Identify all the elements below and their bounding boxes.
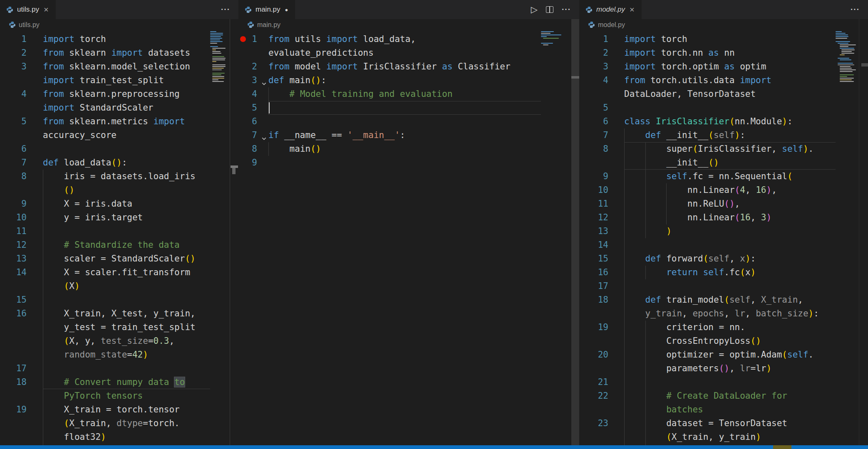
code-row[interactable]: accuracy_score xyxy=(0,128,238,142)
line-number[interactable]: 23 xyxy=(579,417,608,430)
line-number[interactable]: 15 xyxy=(0,293,27,307)
breakpoint-icon[interactable] xyxy=(240,36,246,42)
code-row[interactable]: 16return self.fc(x) xyxy=(579,266,868,279)
scrollbar[interactable] xyxy=(859,19,868,445)
code-row[interactable]: 11nn.ReLU(), xyxy=(579,197,868,211)
code-row[interactable]: 3import torch.optim as optim xyxy=(579,60,868,74)
code-row[interactable]: 7if __name__ == '__main__': xyxy=(238,128,579,142)
code-row[interactable]: 6 xyxy=(238,115,579,128)
code-row[interactable]: 14 xyxy=(579,238,868,252)
line-number[interactable]: 9 xyxy=(0,197,27,211)
breadcrumb[interactable]: utils.py xyxy=(0,19,238,30)
code-row[interactable]: 18def train_model(self, X_train, xyxy=(579,293,868,307)
code-row[interactable]: 6class IrisClassifier(nn.Module): xyxy=(579,115,868,128)
line-number[interactable]: 9 xyxy=(579,170,608,183)
line-number[interactable]: 4 xyxy=(0,87,27,101)
code-row[interactable]: 21 xyxy=(579,375,868,389)
code-row[interactable]: 2import torch.nn as nn xyxy=(579,46,868,60)
code-row[interactable]: CrossEntropyLoss() xyxy=(579,334,868,348)
code-row[interactable]: 5 xyxy=(579,101,868,115)
line-number[interactable]: 11 xyxy=(0,224,27,238)
status-bar[interactable] xyxy=(0,445,868,449)
line-number[interactable]: 2 xyxy=(579,46,608,60)
line-number[interactable]: 14 xyxy=(579,238,608,252)
line-number[interactable]: 10 xyxy=(0,211,27,224)
line-number[interactable]: 14 xyxy=(0,266,27,279)
line-number[interactable]: 8 xyxy=(579,142,608,156)
code-row[interactable]: y_test = train_test_split xyxy=(0,321,238,334)
line-number[interactable]: 11 xyxy=(579,197,608,211)
line-number[interactable]: 15 xyxy=(579,252,608,266)
line-number[interactable]: 1 xyxy=(0,32,27,46)
line-number[interactable]: 10 xyxy=(579,183,608,197)
line-number[interactable]: 9 xyxy=(238,156,257,170)
code-row[interactable]: 9self.fc = nn.Sequential( xyxy=(579,170,868,183)
line-number[interactable]: 13 xyxy=(0,252,27,266)
code-row[interactable]: batches xyxy=(579,403,868,417)
line-number[interactable]: 19 xyxy=(0,403,27,417)
code-row[interactable]: import StandardScaler xyxy=(0,101,238,115)
modified-dot-icon[interactable]: ● xyxy=(284,7,289,12)
line-number[interactable]: 18 xyxy=(579,293,608,307)
code-row[interactable]: y_train, epochs, lr, batch_size): xyxy=(579,307,868,321)
line-number[interactable]: 2 xyxy=(238,60,257,74)
breadcrumb[interactable]: model.py xyxy=(579,19,868,30)
line-number[interactable]: 7 xyxy=(0,156,27,170)
line-number[interactable]: 21 xyxy=(579,375,608,389)
code-row[interactable]: 13) xyxy=(579,224,868,238)
code-row[interactable]: 1import torch xyxy=(0,32,238,46)
line-number[interactable]: 7 xyxy=(579,128,608,142)
line-number[interactable]: 20 xyxy=(579,348,608,362)
line-number[interactable]: 16 xyxy=(0,307,27,321)
line-number[interactable]: 13 xyxy=(579,224,608,238)
code-row[interactable]: float32) xyxy=(0,430,238,444)
code-row[interactable]: 1from utils import load_data, xyxy=(238,32,579,46)
line-number[interactable]: 8 xyxy=(238,142,257,156)
line-number[interactable]: 6 xyxy=(579,115,608,128)
tab-utils-py[interactable]: utils.py × xyxy=(0,0,56,19)
code-row[interactable]: 18# Convert numpy data to xyxy=(0,375,238,389)
line-number[interactable]: 12 xyxy=(0,238,27,252)
line-number[interactable]: 5 xyxy=(238,101,257,115)
line-number[interactable]: 19 xyxy=(579,321,608,334)
line-number[interactable]: 7 xyxy=(238,128,257,142)
code-row[interactable]: 2from sklearn import datasets xyxy=(0,46,238,60)
tab-model-py[interactable]: model.py × xyxy=(579,0,642,19)
more-actions-button[interactable]: ··· xyxy=(562,4,571,15)
code-row[interactable]: 17 xyxy=(579,279,868,293)
run-button[interactable]: ▷ xyxy=(531,4,538,15)
code-row[interactable]: PyTorch tensors xyxy=(0,389,238,403)
line-number[interactable]: 22 xyxy=(579,389,608,403)
tab-main-py[interactable]: main.py ● xyxy=(238,0,295,19)
code-row[interactable]: () xyxy=(0,183,238,197)
line-number[interactable]: 16 xyxy=(579,266,608,279)
line-number[interactable]: 2 xyxy=(0,46,27,60)
code-row[interactable]: 15 xyxy=(0,293,238,307)
code-row[interactable]: 13scaler = StandardScaler() xyxy=(0,252,238,266)
code-row[interactable]: 9 xyxy=(238,156,579,170)
code-row[interactable]: 12nn.Linear(16, 3) xyxy=(579,211,868,224)
code-row[interactable]: 23dataset = TensorDataset xyxy=(579,417,868,430)
code-row[interactable]: 8iris = datasets.load_iris xyxy=(0,170,238,183)
code-row[interactable]: __init__() xyxy=(579,156,868,170)
code-row[interactable]: 4from sklearn.preprocessing xyxy=(0,87,238,101)
line-number[interactable]: 5 xyxy=(579,101,608,115)
code-row[interactable]: parameters(), lr=lr) xyxy=(579,362,868,375)
line-number[interactable]: 3 xyxy=(579,60,608,74)
close-icon[interactable]: × xyxy=(43,5,50,14)
code-row[interactable]: 1import torch xyxy=(579,32,868,46)
scrollbar[interactable] xyxy=(230,19,238,445)
code-row[interactable]: 11 xyxy=(0,224,238,238)
code-row[interactable]: (X_train, dtype=torch. xyxy=(0,417,238,430)
line-number[interactable]: 12 xyxy=(579,211,608,224)
code-row[interactable]: 14X = scaler.fit_transform xyxy=(0,266,238,279)
code-row[interactable]: 5from sklearn.metrics import xyxy=(0,115,238,128)
minimap[interactable] xyxy=(210,31,230,83)
scrollbar-thumb[interactable] xyxy=(232,168,236,174)
more-actions-button[interactable]: ··· xyxy=(851,4,860,15)
code-row[interactable]: 4from torch.utils.data import xyxy=(579,74,868,87)
code-row[interactable]: random_state=42) xyxy=(0,348,238,362)
code-row[interactable]: 4# Model training and evaluation xyxy=(238,87,579,101)
scrollbar-thumb[interactable] xyxy=(571,76,579,79)
status-bar-item[interactable] xyxy=(773,445,791,449)
